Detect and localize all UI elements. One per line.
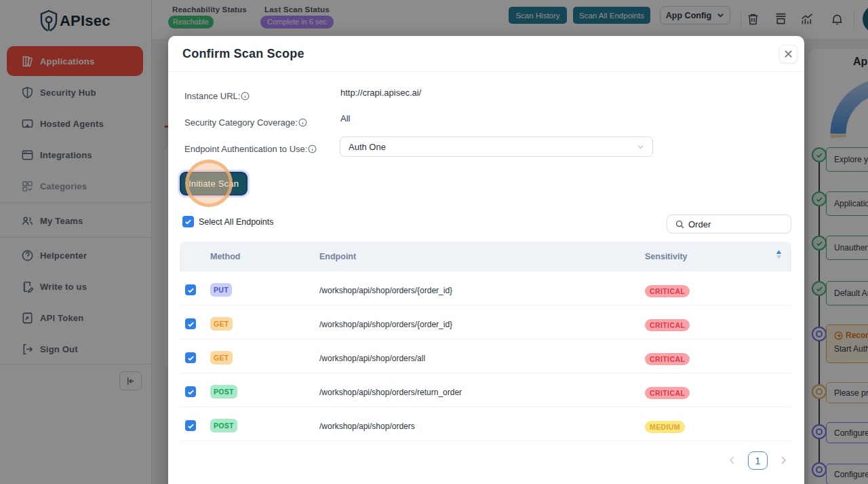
- table-row: GET /workshop/api/shop/orders/{order_id}…: [180, 305, 791, 339]
- endpoint-search-input[interactable]: Order: [667, 215, 791, 234]
- sort-icon[interactable]: [775, 248, 783, 265]
- previous-page-icon[interactable]: [728, 455, 737, 465]
- method-badge: PUT: [210, 283, 232, 297]
- field-label-text: Security Category Coverage:: [184, 117, 298, 128]
- confirm-scan-scope-modal: Confirm Scan Scope Instance URL: http://…: [168, 36, 804, 484]
- sensitivity-badge: CRITICAL: [645, 387, 690, 399]
- row-checkbox[interactable]: [185, 420, 196, 431]
- instance-url-label: Instance URL:: [184, 91, 250, 101]
- column-header-endpoint[interactable]: Endpoint: [319, 242, 356, 272]
- select-all-label: Select All Endpoints: [199, 217, 274, 227]
- select-all-row: Select All Endpoints: [182, 216, 274, 227]
- table-header: Method Endpoint Sensitivity: [180, 242, 791, 272]
- page-number[interactable]: 1: [748, 451, 768, 470]
- coverage-label: Security Category Coverage:: [184, 117, 307, 128]
- instance-url-value: http://crapi.apisec.ai/: [340, 88, 421, 98]
- column-header-method[interactable]: Method: [210, 242, 240, 272]
- method-badge: POST: [210, 419, 237, 432]
- auth-select-value: Auth One: [349, 142, 386, 152]
- table-row: PUT /workshop/api/shop/orders/{order_id}…: [180, 272, 791, 305]
- search-icon: [675, 220, 684, 229]
- pagination: 1: [168, 443, 804, 484]
- field-label-text: Instance URL:: [184, 91, 240, 101]
- method-badge: GET: [210, 317, 233, 331]
- endpoint-path: /workshop/api/shop/orders/return_order: [319, 388, 462, 397]
- row-checkbox[interactable]: [185, 352, 196, 363]
- sensitivity-badge: CRITICAL: [645, 319, 690, 331]
- check-icon: [187, 388, 195, 396]
- endpoint-path: /workshop/api/shop/orders/{order_id}: [319, 320, 452, 329]
- check-icon: [187, 354, 195, 362]
- endpoints-table: Method Endpoint Sensitivity PUT /worksho…: [180, 242, 791, 441]
- method-badge: GET: [210, 351, 233, 365]
- search-input-value: Order: [688, 219, 711, 229]
- check-icon: [187, 320, 195, 328]
- table-row: POST /workshop/api/shop/orders MEDIUM: [180, 407, 791, 441]
- table-row: POST /workshop/api/shop/orders/return_or…: [180, 373, 791, 407]
- field-label-text: Endpoint Authentication to Use:: [184, 144, 307, 154]
- info-icon[interactable]: [308, 145, 317, 153]
- screen: Reachability Status Reachable Last Scan …: [0, 0, 868, 484]
- row-checkbox[interactable]: [185, 284, 196, 295]
- endpoint-path: /workshop/api/shop/orders/all: [319, 354, 425, 363]
- click-indicator: [185, 160, 233, 207]
- close-icon: [784, 50, 793, 58]
- table-row: GET /workshop/api/shop/orders/all CRITIC…: [180, 339, 791, 373]
- row-checkbox[interactable]: [185, 318, 196, 329]
- coverage-value: All: [340, 113, 350, 124]
- endpoint-path: /workshop/api/shop/orders/{order_id}: [319, 286, 452, 295]
- column-header-sensitivity[interactable]: Sensitivity: [645, 242, 688, 272]
- select-all-checkbox[interactable]: [182, 216, 194, 227]
- check-icon: [187, 422, 195, 430]
- info-icon[interactable]: [298, 118, 307, 127]
- sensitivity-badge: CRITICAL: [645, 353, 690, 365]
- endpoint-path: /workshop/api/shop/orders: [319, 422, 415, 431]
- method-badge: POST: [210, 385, 237, 398]
- check-icon: [184, 218, 192, 225]
- info-icon[interactable]: [241, 92, 250, 100]
- modal-close-button[interactable]: [779, 45, 797, 63]
- modal-title: Confirm Scan Scope: [182, 47, 304, 61]
- check-icon: [187, 286, 195, 294]
- modal-header-divider: [168, 71, 804, 72]
- sensitivity-badge: CRITICAL: [645, 285, 690, 297]
- endpoint-auth-label: Endpoint Authentication to Use:: [184, 144, 317, 154]
- chevron-down-icon: [637, 143, 644, 151]
- auth-select[interactable]: Auth One: [340, 136, 653, 157]
- sensitivity-badge: MEDIUM: [645, 421, 685, 433]
- row-checkbox[interactable]: [185, 386, 196, 397]
- next-page-icon[interactable]: [778, 455, 788, 465]
- modal-header: Confirm Scan Scope: [168, 36, 804, 72]
